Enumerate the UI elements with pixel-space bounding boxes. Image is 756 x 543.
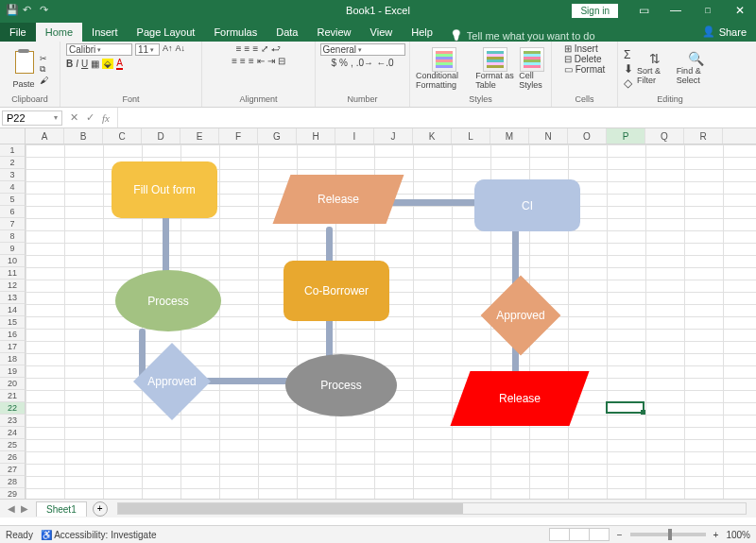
row-header[interactable]: 5 (0, 194, 26, 206)
format-as-table-button[interactable]: Format as Table (475, 47, 515, 91)
copy-icon[interactable]: ⧉ (40, 64, 48, 75)
conditional-formatting-button[interactable]: Conditional Formatting (416, 47, 472, 91)
view-page-break-button[interactable] (589, 528, 610, 541)
ribbon-options-icon[interactable]: ▭ (627, 0, 660, 21)
sign-in-button[interactable]: Sign in (572, 4, 618, 18)
paste-button[interactable]: Paste (12, 79, 34, 89)
align-center-icon[interactable]: ≡ (240, 56, 246, 66)
row-header[interactable]: 16 (0, 329, 26, 341)
enter-formula-icon[interactable]: ✓ (86, 111, 94, 124)
shape-co-borrower[interactable]: Co-Borrower (284, 261, 389, 321)
sheet-next-icon[interactable]: ▶ (21, 503, 28, 514)
column-header[interactable]: J (374, 128, 413, 144)
close-button[interactable]: ✕ (724, 0, 756, 21)
row-header[interactable]: 14 (0, 304, 26, 316)
row-header[interactable]: 10 (0, 255, 26, 267)
row-header[interactable]: 8 (0, 230, 26, 243)
column-header[interactable]: L (452, 128, 490, 144)
zoom-in-button[interactable]: + (713, 530, 719, 540)
row-header[interactable]: 22 (0, 402, 26, 415)
column-header[interactable]: F (219, 128, 258, 144)
paste-icon[interactable] (11, 49, 36, 79)
tab-insert[interactable]: Insert (82, 23, 128, 42)
row-header[interactable]: 17 (0, 341, 26, 353)
row-header[interactable]: 9 (0, 243, 26, 255)
insert-cells-button[interactable]: ⊞ Insert (564, 43, 598, 54)
format-painter-icon[interactable]: 🖌 (40, 76, 48, 85)
shape-approved-2[interactable]: Approved (479, 286, 562, 345)
shape-approved-1[interactable]: Approved (134, 354, 210, 409)
select-all-corner[interactable] (0, 128, 26, 144)
row-header[interactable]: 1 (0, 144, 26, 157)
shape-fill-out-form[interactable]: Fill Out form (112, 161, 217, 218)
save-icon[interactable]: 💾 (6, 4, 19, 17)
align-bottom-icon[interactable]: ≡ (252, 43, 258, 54)
row-header[interactable]: 3 (0, 169, 26, 181)
wrap-text-icon[interactable]: ⮐ (271, 43, 281, 54)
column-header[interactable]: Q (645, 128, 684, 144)
name-box[interactable]: P22 (2, 110, 62, 126)
column-header[interactable]: E (180, 128, 219, 144)
column-header[interactable]: K (413, 128, 452, 144)
fill-icon[interactable]: ⬇ (624, 62, 633, 76)
row-header[interactable]: 2 (0, 157, 26, 169)
row-header[interactable]: 4 (0, 181, 26, 194)
row-header[interactable]: 19 (0, 365, 26, 378)
decrease-decimal-icon[interactable]: ←.0 (376, 58, 393, 68)
column-header[interactable]: I (335, 128, 374, 144)
view-normal-button[interactable] (549, 528, 570, 541)
share-button[interactable]: 👤 Share (693, 22, 756, 42)
view-page-layout-button[interactable] (569, 528, 590, 541)
percent-icon[interactable]: % (339, 58, 348, 68)
add-sheet-button[interactable]: + (93, 501, 108, 517)
spreadsheet-grid[interactable]: ABCDEFGHIJKLMNOPQR 123456789101112131415… (0, 128, 756, 499)
bold-button[interactable]: B (66, 59, 73, 69)
accessibility-status[interactable]: ♿ Accessibility: Investigate (41, 530, 157, 540)
clear-icon[interactable]: ◇ (624, 76, 633, 90)
shape-release-2[interactable]: Release (460, 371, 579, 426)
zoom-slider[interactable] (630, 533, 706, 536)
merge-icon[interactable]: ⊟ (278, 56, 285, 66)
find-select-button[interactable]: 🔍Find & Select (677, 52, 716, 85)
row-header[interactable]: 15 (0, 316, 26, 329)
shape-release-1[interactable]: Release (282, 175, 395, 224)
column-header[interactable]: B (64, 128, 103, 144)
fx-icon[interactable]: fx (102, 112, 110, 124)
row-header[interactable]: 7 (0, 218, 26, 230)
shape-process-2[interactable]: Process (285, 354, 397, 416)
row-header[interactable]: 12 (0, 280, 26, 292)
tab-review[interactable]: Review (307, 23, 360, 42)
column-header[interactable]: M (490, 128, 529, 144)
tab-file[interactable]: File (0, 23, 36, 42)
row-header[interactable]: 23 (0, 415, 26, 427)
sort-filter-button[interactable]: ⇅Sort & Filter (637, 52, 673, 85)
redo-icon[interactable]: ↷ (40, 4, 53, 17)
align-right-icon[interactable]: ≡ (249, 56, 254, 66)
comma-icon[interactable]: , (351, 58, 353, 68)
shape-ci[interactable]: CI (474, 179, 580, 231)
tab-data[interactable]: Data (266, 23, 307, 42)
column-header[interactable]: D (142, 128, 180, 144)
column-header[interactable]: H (297, 128, 335, 144)
row-header[interactable]: 21 (0, 390, 26, 402)
font-size-select[interactable]: 11 (135, 43, 160, 56)
row-header[interactable]: 27 (0, 464, 26, 476)
increase-decimal-icon[interactable]: .0→ (356, 58, 373, 68)
align-top-icon[interactable]: ≡ (236, 43, 242, 54)
border-icon[interactable]: ▦ (91, 59, 99, 69)
shape-process-1[interactable]: Process (115, 270, 221, 331)
row-header[interactable]: 25 (0, 439, 26, 451)
italic-button[interactable]: I (76, 59, 78, 69)
column-header[interactable]: A (26, 128, 64, 144)
currency-icon[interactable]: $ (332, 58, 337, 68)
number-format-select[interactable]: General (320, 43, 405, 56)
row-header[interactable]: 29 (0, 488, 26, 499)
column-header[interactable]: C (103, 128, 142, 144)
align-left-icon[interactable]: ≡ (232, 56, 237, 66)
column-header[interactable]: P (607, 128, 645, 144)
zoom-level[interactable]: 100% (726, 530, 750, 540)
font-select[interactable]: Calibri (66, 43, 132, 56)
column-header[interactable]: N (529, 128, 568, 144)
delete-cells-button[interactable]: ⊟ Delete (564, 54, 602, 64)
align-middle-icon[interactable]: ≡ (245, 43, 250, 54)
